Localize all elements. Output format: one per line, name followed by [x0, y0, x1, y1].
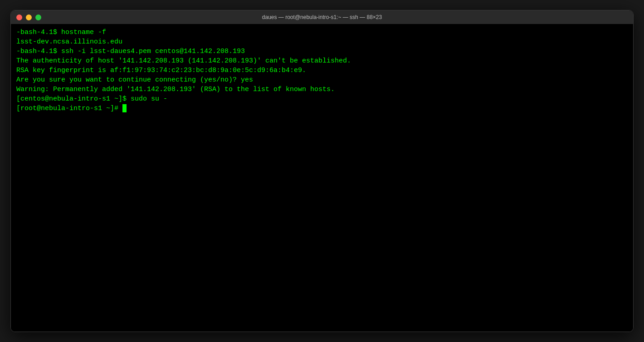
window-title: daues — root@nebula-intro-s1:~ — ssh — 8…: [262, 14, 382, 20]
terminal-window: daues — root@nebula-intro-s1:~ — ssh — 8…: [10, 10, 634, 332]
terminal-line: RSA key fingerprint is af:f1:97:93:74:c2…: [16, 66, 628, 75]
terminal-line: Are you sure you want to continue connec…: [16, 75, 628, 85]
traffic-lights: [16, 14, 41, 20]
close-button[interactable]: [16, 14, 22, 20]
minimize-button[interactable]: [26, 14, 32, 20]
terminal-line: -bash-4.1$ ssh -i lsst-daues4.pem centos…: [16, 47, 628, 56]
prompt-text: [root@nebula-intro-s1 ~]#: [16, 105, 122, 112]
titlebar: daues — root@nebula-intro-s1:~ — ssh — 8…: [11, 10, 633, 24]
terminal-line: The authenticity of host '141.142.208.19…: [16, 56, 628, 66]
terminal-cursor: [122, 104, 127, 112]
terminal-line: lsst-dev.ncsa.illinois.edu: [16, 37, 628, 47]
terminal-line: [centos@nebula-intro-s1 ~]$ sudo su -: [16, 94, 628, 104]
terminal-line: -bash-4.1$ hostname -f: [16, 28, 628, 37]
terminal-body[interactable]: -bash-4.1$ hostname -f lsst-dev.ncsa.ill…: [11, 24, 633, 332]
terminal-prompt-line: [root@nebula-intro-s1 ~]#: [16, 104, 628, 113]
terminal-line: Warning: Permanently added '141.142.208.…: [16, 85, 628, 94]
maximize-button[interactable]: [35, 14, 41, 20]
